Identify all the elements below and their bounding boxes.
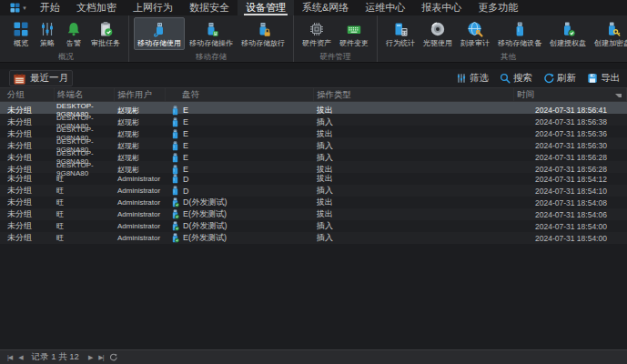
cell-drive: E <box>166 117 314 127</box>
usb-drive-icon <box>171 141 179 151</box>
cell-group: 未分组 <box>0 152 55 164</box>
ribbon-button-label: 移动存储使用 <box>137 39 181 48</box>
cell-user: 赵现彬 <box>115 165 166 175</box>
table-row[interactable]: 未分组 旺 Administrator E(外发测试) 插入 2024-07-3… <box>0 232 627 244</box>
search-button[interactable]: 搜索 <box>500 72 532 85</box>
ribbon-group-removable-storage: 移动存储使用 移动存储操作 <box>129 15 294 62</box>
ribbon-button-optical-drive[interactable]: 光驱使用 <box>420 17 456 50</box>
menu-tab-doc-encrypt[interactable]: 文档加密 <box>68 0 125 15</box>
cell-time: 2024-07-31 18:54:00 <box>514 234 627 243</box>
ribbon-button-label: 审批任务 <box>91 39 120 48</box>
app-menu-caret-icon: ▼ <box>22 5 27 11</box>
cell-group: 未分组 <box>0 140 55 152</box>
app-window: ▼ 开始 文档加密 上网行为 数据安全 设备管理 系统&网络 运维中心 报表中心… <box>0 0 627 364</box>
usb-drive-export-icon <box>171 197 179 207</box>
column-header-time[interactable]: 时间 <box>514 88 627 101</box>
filter-button-label: 筛选 <box>470 72 489 85</box>
ribbon-button-behavior-stats[interactable]: 行为统计 <box>382 17 419 50</box>
hardware-asset-icon <box>308 20 326 38</box>
menu-tab-more-functions[interactable]: 更多功能 <box>470 0 526 15</box>
date-range-selector[interactable]: 最近一月 <box>9 70 73 86</box>
policy-sliders-icon <box>38 20 56 38</box>
drive-label: D <box>183 175 189 184</box>
menu-tab-ops-center[interactable]: 运维中心 <box>357 0 413 15</box>
ribbon-button-usb-usage[interactable]: 移动存储使用 <box>134 17 185 50</box>
column-header-group[interactable]: 分组 <box>0 88 55 101</box>
table-row[interactable]: 未分组 DESKTOP-9G8NA80 赵现彬 E 拔出 2024-07-31 … <box>0 161 627 173</box>
usb-drive-icon <box>171 153 179 163</box>
column-options-chevron-icon[interactable] <box>615 94 622 106</box>
table-row[interactable]: 未分组 DESKTOP-9G8NA80 赵现彬 E 拔出 2024-07-31 … <box>0 102 627 114</box>
table-row[interactable]: 未分组 DESKTOP-9G8NA80 赵现彬 E 插入 2024-07-31 … <box>0 114 627 126</box>
cell-time: 2024-07-31 18:54:00 <box>514 222 627 231</box>
cell-action: 拔出 <box>314 208 514 220</box>
ribbon-button-usb-device[interactable]: 移动存储设备 <box>494 17 545 50</box>
menu-tab-system-network[interactable]: 系统&网络 <box>294 0 357 15</box>
menu-tab-device-management[interactable]: 设备管理 <box>238 0 294 15</box>
cell-user: 赵现彬 <box>115 129 166 139</box>
cell-drive: E <box>166 141 314 151</box>
usb-release-icon <box>254 20 272 38</box>
last-page-button[interactable]: ▶| <box>98 351 103 364</box>
cell-terminal: 旺 <box>55 209 115 219</box>
ribbon-button-policy[interactable]: 策略 <box>35 17 60 50</box>
ribbon-button-alarm[interactable]: 告警 <box>61 17 86 50</box>
calendar-icon <box>14 73 25 85</box>
ribbon-button-hardware-asset[interactable]: 硬件资产 <box>298 17 335 50</box>
first-page-button[interactable]: |◀ <box>7 351 12 364</box>
export-icon <box>587 73 598 84</box>
table-row[interactable]: 未分组 旺 Administrator D(外发测试) 插入 2024-07-3… <box>0 220 627 232</box>
ribbon-button-burn-audit[interactable]: 刻录审计 <box>457 17 493 50</box>
table-body: 未分组 DESKTOP-9G8NA80 赵现彬 E 拔出 2024-07-31 … <box>0 102 627 244</box>
table-row[interactable]: 未分组 旺 Administrator D 插入 2024-07-31 18:5… <box>0 185 627 197</box>
ribbon-button-usb-release[interactable]: 移动存储放行 <box>238 17 288 50</box>
ribbon-button-usb-operation[interactable]: 移动存储操作 <box>186 17 237 50</box>
filter-button[interactable]: 筛选 <box>456 72 489 85</box>
table-row[interactable]: 未分组 旺 Administrator D(外发测试) 拔出 2024-07-3… <box>0 197 627 208</box>
column-header-drive[interactable]: 盘符 <box>166 88 314 101</box>
cell-group: 未分组 <box>0 105 55 116</box>
approval-task-icon <box>96 20 115 38</box>
ribbon-button-create-auth-disk[interactable]: 创建授权盘 <box>546 17 590 50</box>
usb-drive-icon <box>171 165 179 175</box>
ribbon-button-create-encrypt-disk[interactable]: 创建加密盘 <box>591 17 627 50</box>
export-button-label: 导出 <box>601 72 620 85</box>
cell-action: 插入 <box>314 232 514 244</box>
menu-tab-web-behavior[interactable]: 上网行为 <box>125 0 181 15</box>
next-page-button[interactable]: ▶ <box>88 351 92 364</box>
table-row[interactable]: 未分组 DESKTOP-9G8NA80 赵现彬 E 插入 2024-07-31 … <box>0 149 627 161</box>
table-row[interactable]: 未分组 旺 Administrator D 拔出 2024-07-31 18:5… <box>0 173 627 185</box>
cell-drive: E <box>166 153 314 163</box>
cell-group: 未分组 <box>0 185 55 197</box>
menubar: ▼ 开始 文档加密 上网行为 数据安全 设备管理 系统&网络 运维中心 报表中心… <box>0 0 627 15</box>
table-row[interactable]: 未分组 旺 Administrator E(外发测试) 拔出 2024-07-3… <box>0 208 627 220</box>
drive-label: E <box>183 141 188 150</box>
column-header-action[interactable]: 操作类型 <box>314 88 514 101</box>
ribbon-button-overview[interactable]: 概览 <box>8 17 34 50</box>
cell-drive: E <box>166 106 314 116</box>
menu-tab-start[interactable]: 开始 <box>32 0 68 15</box>
table-row[interactable]: 未分组 DESKTOP-9G8NA80 赵现彬 E 拔出 2024-07-31 … <box>0 126 627 137</box>
cell-drive: D <box>166 174 314 184</box>
menu-tab-report-center[interactable]: 报表中心 <box>413 0 470 15</box>
hardware-change-icon <box>345 20 363 38</box>
table-row[interactable]: 未分组 DESKTOP-9G8NA80 赵现彬 E 插入 2024-07-31 … <box>0 137 627 149</box>
drive-label: E <box>183 117 188 126</box>
table-filterbar: 最近一月 筛选 搜索 <box>0 69 627 87</box>
app-menu-button[interactable]: ▼ <box>5 0 32 15</box>
prev-page-button[interactable]: ◀ <box>18 351 22 364</box>
cell-user: Administrator <box>115 175 166 183</box>
burn-audit-icon <box>466 20 484 38</box>
search-icon <box>500 73 511 84</box>
column-header-user[interactable]: 操作用户 <box>115 88 166 101</box>
menu-tab-data-security[interactable]: 数据安全 <box>181 0 238 15</box>
export-button[interactable]: 导出 <box>587 72 620 85</box>
column-header-terminal[interactable]: 终端名 <box>55 88 115 101</box>
ribbon-button-hardware-change[interactable]: 硬件变更 <box>336 17 372 50</box>
ribbon-button-approval-task[interactable]: 审批任务 <box>87 17 124 50</box>
ribbon-group-hardware: 硬件资产 硬件变更 硬件管理 <box>294 15 378 62</box>
drive-label: D(外发测试) <box>183 197 228 208</box>
pager-refresh-button[interactable] <box>109 353 117 361</box>
refresh-button[interactable]: 刷新 <box>543 72 576 85</box>
table-header: 分组 终端名 操作用户 盘符 操作类型 时间 <box>0 87 627 102</box>
